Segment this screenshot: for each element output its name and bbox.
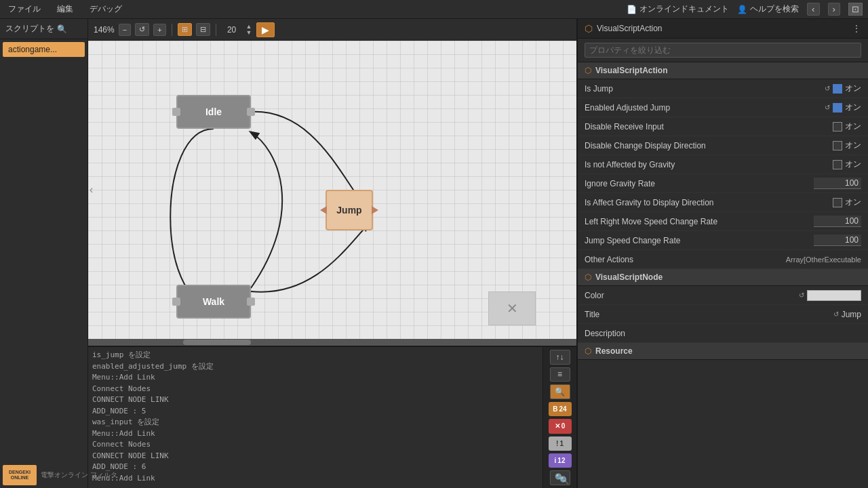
prop-enabled-adjusted-label: Enabled Adjusted Jump (585, 103, 773, 113)
badge-count-purple: 12 (557, 457, 565, 464)
prop-disable-change-display-on: オン (845, 140, 861, 151)
nav-back-button[interactable]: ‹ (807, 3, 819, 16)
prop-disable-receive-input-label: Disable Receive Input (585, 122, 773, 131)
node-idle-port-left[interactable] (172, 108, 180, 116)
play-button[interactable]: ▶ (256, 22, 275, 37)
prop-jump-speed-label: Jump Speed Change Rate (585, 236, 773, 245)
section-vsa-title: VisualScriptAction (595, 66, 667, 75)
prop-not-affected-gravity-label: Is not Affected by Gravity (585, 160, 773, 169)
prop-ignore-gravity-rate-value (773, 178, 861, 189)
node-jump-port-right[interactable] (372, 206, 378, 214)
prop-disable-receive-input-value: オン (773, 121, 861, 132)
log-line-2: Menu::Add Link (92, 372, 538, 384)
prop-enabled-adjusted-reset[interactable]: ↺ (825, 104, 830, 111)
graph-canvas[interactable]: Idle Walk Jump ✕ (88, 41, 576, 339)
bottom-logo-area: DENGEKI ONLINE 電撃オンライン フィルタ (88, 465, 117, 485)
prop-affect-gravity-display-on: オン (845, 197, 861, 208)
right-panel: ⬡ VisualScriptAction ⋮ ⬡ VisualScriptAct… (576, 19, 868, 488)
prop-color-swatch[interactable] (807, 290, 861, 301)
badge-icon-info: i (555, 457, 557, 464)
prop-disable-change-display-checkbox[interactable] (833, 141, 842, 150)
tool-btn-2[interactable]: ≡ (550, 367, 570, 382)
prop-ignore-gravity-rate-input[interactable] (814, 178, 861, 189)
prop-disable-receive-input-on: オン (845, 121, 861, 132)
layout-button[interactable]: ⊡ (848, 3, 863, 16)
badge-count-yellow: 1 (559, 440, 564, 447)
badge-btn-orange[interactable]: B 24 (549, 402, 572, 416)
menu-debug[interactable]: デバッグ (87, 3, 125, 15)
zoom-reset-button[interactable]: ↺ (135, 23, 149, 36)
frame-stepper[interactable]: ▲ ▼ (246, 24, 252, 36)
prop-not-affected-gravity-value: オン (773, 159, 861, 170)
canvas-toolbar: 146% − ↺ + ⊞ ⊟ 20 ▲ ▼ ▶ (88, 19, 576, 41)
node-idle[interactable]: Idle (176, 95, 251, 129)
grid-button-1[interactable]: ⊞ (178, 23, 192, 36)
nav-forward-button[interactable]: › (828, 3, 840, 16)
prop-title-value: ↺ Jump (773, 310, 861, 319)
prop-affect-gravity-display-checkbox[interactable] (833, 198, 842, 207)
badge-icon-warn: ! (556, 440, 558, 447)
prop-color-reset[interactable]: ↺ (799, 291, 804, 299)
menu-edit[interactable]: 編集 (54, 3, 76, 15)
prop-title-reset[interactable]: ↺ (833, 310, 839, 318)
prop-disable-receive-input: Disable Receive Input オン (578, 117, 868, 136)
tool-btn-1[interactable]: ↑↓ (550, 350, 570, 365)
node-jump-port-left[interactable] (320, 206, 327, 214)
log-line-0: is_jump を設定 (92, 350, 538, 361)
node-walk-label: Walk (203, 296, 224, 307)
prop-other-actions: Other Actions Array[OtherExecutable (578, 250, 868, 269)
log-line-8: Connect Nodes (92, 439, 538, 451)
left-sidebar: スクリプトを 🔍 actiongame... (0, 19, 88, 488)
zoom-in-button[interactable]: + (153, 24, 165, 36)
sidebar-item-actiongame[interactable]: actiongame... (3, 42, 85, 57)
canvas-hscroll[interactable] (88, 339, 576, 346)
sidebar-item-label: actiongame... (8, 45, 57, 54)
prop-lr-move-speed-input[interactable] (814, 216, 861, 227)
canvas-hscroll-thumb[interactable] (183, 340, 251, 345)
collapse-button[interactable]: ‹ (90, 184, 93, 196)
prop-jump-speed-input[interactable] (814, 235, 861, 246)
right-menu-button[interactable]: ⋮ (852, 23, 861, 34)
toolbar-divider (172, 24, 172, 36)
zoom-out-button[interactable]: − (119, 24, 131, 36)
menu-file[interactable]: ファイル (5, 3, 43, 15)
section-vsn-icon: ⬡ (585, 272, 591, 282)
prop-not-affected-gravity-checkbox[interactable] (833, 160, 842, 169)
prop-jump-speed: Jump Speed Change Rate (578, 231, 868, 250)
zoom-label: 146% (94, 25, 115, 35)
prop-enabled-adjusted-checkbox[interactable] (833, 103, 842, 113)
prop-is-jump-value: ↺ オン (773, 83, 861, 94)
badge-btn-red[interactable]: ✕ 0 (549, 419, 572, 433)
canvas-area: 146% − ↺ + ⊞ ⊟ 20 ▲ ▼ ▶ (88, 19, 576, 346)
help-link[interactable]: 👤 ヘルプを検索 (737, 3, 799, 15)
right-header-title: VisualScriptAction (597, 24, 663, 33)
prop-is-jump-reset[interactable]: ↺ (825, 85, 830, 92)
tool-btn-search[interactable]: 🔍 (550, 384, 570, 399)
node-walk-port-right[interactable] (247, 298, 255, 306)
prop-disable-change-display-label: Disable Change Display Direction (585, 141, 773, 150)
grid-button-2[interactable]: ⊟ (196, 23, 210, 36)
frame-number: 20 (222, 25, 242, 35)
log-line-1: enabled_adjusted_jump を設定 (92, 361, 538, 373)
prop-description: Description (578, 324, 868, 343)
node-walk[interactable]: Walk (176, 285, 251, 319)
badge-btn-purple[interactable]: i 12 (549, 453, 572, 468)
bottom-zoom: 🔍 (559, 476, 570, 485)
docs-link[interactable]: 📄 オンラインドキュメント (627, 3, 729, 15)
menu-bar: ファイル 編集 デバッグ 📄 オンラインドキュメント 👤 ヘルプを検索 ‹ › … (0, 0, 868, 19)
prop-disable-change-display: Disable Change Display Direction オン (578, 136, 868, 155)
prop-disable-receive-input-checkbox[interactable] (833, 122, 842, 131)
prop-other-actions-label: Other Actions (585, 255, 773, 264)
toolbar-divider-2 (216, 24, 216, 36)
prop-is-jump-label: Is Jump (585, 84, 773, 94)
filter-input[interactable] (585, 43, 861, 58)
badge-btn-yellow[interactable]: ! 1 (549, 436, 572, 451)
prop-lr-move-speed-label: Left Right Move Speed Change Rate (585, 217, 773, 226)
node-jump[interactable]: Jump (326, 190, 373, 230)
log-panel: is_jump を設定 enabled_adjusted_jump を設定 Me… (88, 347, 542, 488)
node-walk-port-left[interactable] (172, 298, 180, 306)
node-idle-port-right[interactable] (247, 108, 255, 116)
zoom-icon-bottom[interactable]: 🔍 (559, 476, 570, 485)
sidebar-search-icon[interactable]: 🔍 (57, 24, 67, 34)
prop-is-jump-checkbox[interactable] (833, 84, 842, 94)
